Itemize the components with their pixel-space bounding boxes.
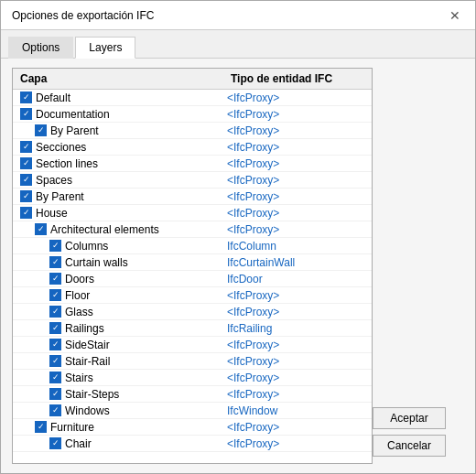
table-row: Default<IfcProxy> [13,90,372,106]
layer-tipo: IfcWindow [227,404,368,417]
table-body[interactable]: Default<IfcProxy>Documentation<IfcProxy>… [13,90,372,463]
layer-tipo: <IfcProxy> [227,372,368,384]
layer-checkbox[interactable] [49,355,61,367]
layer-checkbox[interactable] [20,141,32,153]
tab-options[interactable]: Options [8,37,73,59]
table-row: Documentation<IfcProxy> [13,106,372,123]
close-button[interactable]: ✕ [446,6,464,25]
table-row: Secciones<IfcProxy> [13,139,372,156]
action-buttons: Aceptar Cancelar [373,68,464,464]
layer-name: Architectural elements [50,223,159,236]
table-row: SideStair<IfcProxy> [13,337,372,353]
table-row: DoorsIfcDoor [13,271,372,287]
layer-tipo: <IfcProxy> [227,157,368,170]
layers-table: Capa Tipo de entidad IFC Default<IfcProx… [12,68,373,464]
layer-checkbox[interactable] [49,240,61,252]
layer-tipo: <IfcProxy> [227,190,368,203]
layer-name: Floor [65,289,90,302]
layer-checkbox[interactable] [49,437,61,449]
title-bar: Opciones de exportación IFC ✕ [1,1,475,30]
layer-name: Stair-Rail [65,355,110,368]
layers-panel: Capa Tipo de entidad IFC Default<IfcProx… [12,68,373,464]
layer-checkbox[interactable] [20,108,32,120]
layer-name: Default [36,92,70,104]
table-row: Stairs<IfcProxy> [13,370,372,386]
layer-tipo: <IfcProxy> [227,223,368,236]
table-row: RailingsIfcRailing [13,320,372,337]
layer-tipo: IfcColumn [227,240,368,253]
layer-checkbox[interactable] [49,372,61,383]
layer-name: House [36,207,68,220]
layer-checkbox[interactable] [49,404,61,416]
table-row: House<IfcProxy> [13,205,372,221]
layer-checkbox[interactable] [49,273,61,285]
table-row: Furniture<IfcProxy> [13,419,372,436]
layer-tipo: <IfcProxy> [227,421,368,434]
cancel-button[interactable]: Cancelar [373,435,446,457]
table-row: WindowsIfcWindow [13,403,372,419]
layer-tipo: <IfcProxy> [227,108,368,121]
dialog: Opciones de exportación IFC ✕ Options La… [0,0,476,474]
layer-checkbox[interactable] [20,190,32,202]
layer-tipo: IfcRailing [227,322,368,335]
table-row: Stair-Steps<IfcProxy> [13,386,372,403]
layer-tipo: <IfcProxy> [227,437,368,450]
layer-name: By Parent [50,124,99,137]
tab-layers[interactable]: Layers [75,37,135,59]
layer-name: Chair [65,437,92,450]
table-row: Section lines<IfcProxy> [13,156,372,172]
table-row: Floor<IfcProxy> [13,287,372,304]
table-row: Curtain wallsIfcCurtainWall [13,254,372,271]
table-row: Architectural elements<IfcProxy> [13,221,372,238]
layer-name: SideStair [65,339,110,351]
layer-tipo: <IfcProxy> [227,289,368,302]
layer-name: Section lines [36,157,98,170]
table-row: Stair-Rail<IfcProxy> [13,353,372,370]
layer-checkbox[interactable] [49,306,61,318]
layer-tipo: <IfcProxy> [227,388,368,401]
layer-name: Glass [65,306,93,318]
table-row: ColumnsIfcColumn [13,238,372,254]
tab-content: Capa Tipo de entidad IFC Default<IfcProx… [1,59,475,473]
col-capa-header: Capa [16,72,227,85]
layer-checkbox[interactable] [20,92,32,103]
layer-tipo: <IfcProxy> [227,174,368,187]
table-row: By Parent<IfcProxy> [13,189,372,205]
layer-tipo: IfcDoor [227,273,368,285]
layer-name: Curtain walls [65,256,128,269]
layer-checkbox[interactable] [49,322,61,334]
layer-name: Stairs [65,372,93,384]
layer-name: Stair-Steps [65,388,119,401]
layer-checkbox[interactable] [35,124,47,136]
layer-name: Columns [65,240,108,253]
layer-checkbox[interactable] [35,223,47,235]
table-row: Glass<IfcProxy> [13,304,372,320]
layer-checkbox[interactable] [49,388,61,400]
layer-name: Railings [65,322,104,335]
col-tipo-header: Tipo de entidad IFC [227,72,368,85]
layer-name: Doors [65,273,94,285]
layer-name: Secciones [36,141,86,154]
layer-tipo: <IfcProxy> [227,124,368,137]
layer-checkbox[interactable] [49,289,61,301]
layer-tipo: <IfcProxy> [227,207,368,220]
layer-tipo: <IfcProxy> [227,306,368,318]
layer-checkbox[interactable] [35,421,47,433]
layer-checkbox[interactable] [20,157,32,169]
layer-checkbox[interactable] [49,339,61,350]
layer-checkbox[interactable] [20,174,32,186]
layer-checkbox[interactable] [49,256,61,268]
layer-name: By Parent [36,190,84,203]
layer-name: Windows [65,404,110,417]
layer-tipo: <IfcProxy> [227,141,368,154]
dialog-title: Opciones de exportación IFC [12,9,154,22]
tabs-bar: Options Layers [1,30,475,59]
table-row: Spaces<IfcProxy> [13,172,372,189]
layer-tipo: <IfcProxy> [227,355,368,368]
layer-name: Furniture [50,421,94,434]
table-row: Chair<IfcProxy> [13,436,372,452]
layer-tipo: <IfcProxy> [227,339,368,351]
layer-checkbox[interactable] [20,207,32,219]
layer-name: Documentation [36,108,110,121]
accept-button[interactable]: Aceptar [373,407,446,429]
